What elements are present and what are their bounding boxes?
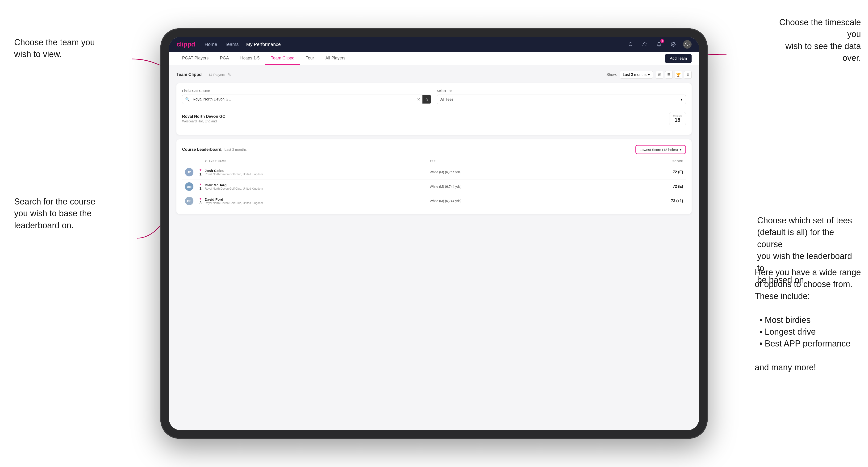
sub-navbar: PGAT Players PGA Hcaps 1-5 Team Clippd T… (169, 52, 699, 65)
player-score: 72 (E) (655, 184, 683, 189)
select-tee-label: Select Tee (437, 89, 686, 93)
course-finder-grid: Find a Golf Course 🔍 ✕ ☆ Select Tee Al (182, 89, 686, 104)
trophy-view-button[interactable]: 🏆 (675, 71, 682, 79)
brand-logo: clippd (177, 40, 195, 48)
tee-select-wrapper: All Tees ▾ (437, 95, 686, 104)
tee-select[interactable]: All Tees (440, 97, 680, 101)
player-rank: 3 (199, 201, 202, 205)
player-avatar: DF (185, 197, 193, 205)
favorite-button[interactable]: ☆ (423, 95, 431, 103)
leaderboard-column-headers: PLAYER NAME TEE SCORE (182, 158, 686, 165)
sub-nav-tabs: PGAT Players PGA Hcaps 1-5 Team Clippd T… (177, 52, 351, 65)
view-icons-group: ⊞ ☰ 🏆 ⬇ (656, 71, 691, 79)
player-avatar: JC (185, 168, 193, 177)
nav-link-performance[interactable]: My Performance (246, 42, 281, 47)
svg-point-1 (629, 43, 632, 46)
tab-all-players[interactable]: All Players (320, 52, 351, 65)
holes-badge: Holes 18 (669, 112, 686, 125)
player-score: 73 (+1) (655, 199, 683, 203)
player-tee: White (M) (6,744 yds) (430, 199, 655, 203)
course-result-info: Royal North Devon GC Westward Ho!, Engla… (182, 114, 225, 123)
select-tee-group: Select Tee All Tees ▾ (437, 89, 686, 104)
svg-point-2 (644, 43, 645, 44)
team-title-row: Team Clippd | 14 Players ✎ (177, 72, 231, 77)
col-rank (196, 160, 205, 163)
tab-tour[interactable]: Tour (300, 52, 319, 65)
find-course-group: Find a Golf Course 🔍 ✕ ☆ (182, 89, 431, 104)
tab-hcaps[interactable]: Hcaps 1-5 (235, 52, 265, 65)
tab-team-clippd[interactable]: Team Clippd (265, 52, 300, 65)
notifications-nav-button[interactable]: 1 (655, 40, 663, 49)
leaderboard-rows: JC ♥ 1 Josh Coles Royal North Devon Golf… (182, 165, 686, 208)
leaderboard-period: Last 3 months (224, 148, 247, 151)
score-type-chevron-icon: ▾ (680, 148, 682, 152)
leaderboard-card: Course Leaderboard, Last 3 months Lowest… (177, 139, 691, 214)
holes-number: 18 (673, 117, 682, 123)
player-rank: 1 (199, 172, 202, 177)
player-club: Royal North Devon Golf Club, United King… (205, 173, 430, 176)
annotation-top-right: Choose the timescale you wish to see the… (767, 17, 861, 64)
team-header: Team Clippd | 14 Players ✎ Show: Last 3 … (177, 71, 691, 79)
list-view-button[interactable]: ☰ (665, 71, 673, 79)
course-result-name: Royal North Devon GC (182, 114, 225, 119)
nav-link-teams[interactable]: Teams (225, 42, 239, 47)
player-name: Josh Coles (205, 168, 430, 173)
main-content: Team Clippd | 14 Players ✎ Show: Last 3 … (169, 65, 699, 224)
svg-point-3 (673, 44, 674, 45)
annotation-bottom-right: Here you have a wide range of options to… (755, 267, 861, 374)
holes-label: Holes (673, 114, 682, 117)
player-tee: White (M) (6,744 yds) (430, 185, 655, 188)
course-result-row: Royal North Devon GC Westward Ho!, Engla… (182, 108, 686, 129)
col-score: SCORE (655, 160, 683, 163)
tablet-frame: clippd Home Teams My Performance (160, 28, 708, 439)
favorite-heart-icon[interactable]: ♥ (199, 197, 202, 200)
user-avatar-button[interactable]: ▾ (683, 40, 691, 49)
player-tee: White (M) (6,744 yds) (430, 170, 655, 174)
download-button[interactable]: ⬇ (684, 71, 691, 79)
favorite-heart-icon[interactable]: ♥ (199, 168, 202, 172)
edit-team-icon[interactable]: ✎ (228, 72, 231, 77)
tab-pga[interactable]: PGA (214, 52, 235, 65)
score-type-dropdown[interactable]: Lowest Score (18 holes) ▾ (636, 145, 686, 154)
nav-icons: 1 ▾ (626, 40, 691, 49)
tablet-screen: clippd Home Teams My Performance (169, 37, 699, 430)
player-score: 72 (E) (655, 170, 683, 174)
col-tee: TEE (430, 160, 655, 163)
annotation-top-left: Choose the team you wish to view. (14, 36, 95, 60)
table-row: JC ♥ 1 Josh Coles Royal North Devon Golf… (182, 165, 686, 180)
player-name: Blair McHarg (205, 183, 430, 187)
col-avatar (185, 160, 196, 163)
show-controls: Show: Last 3 months ▾ ⊞ ☰ 🏆 ⬇ (607, 71, 691, 79)
grid-view-button[interactable]: ⊞ (656, 71, 663, 79)
table-row: BM ♥ 1 Blair McHarg Royal North Devon Go… (182, 180, 686, 194)
player-club: Royal North Devon Golf Club, United King… (205, 201, 430, 205)
player-count-label: 14 Players (208, 73, 225, 76)
course-result-location: Westward Ho!, England (182, 119, 225, 123)
people-nav-button[interactable] (641, 40, 649, 49)
settings-nav-button[interactable] (669, 40, 677, 49)
player-rank: 1 (199, 187, 202, 191)
search-clear-button[interactable]: ✕ (415, 97, 423, 102)
leaderboard-title-row: Course Leaderboard, Last 3 months (182, 147, 247, 152)
find-course-label: Find a Golf Course (182, 89, 431, 93)
player-avatar: BM (185, 182, 193, 191)
svg-point-4 (685, 43, 687, 44)
app-navbar: clippd Home Teams My Performance (169, 37, 699, 52)
search-nav-button[interactable] (626, 40, 635, 49)
course-search-icon: 🔍 (182, 97, 193, 102)
leaderboard-header: Course Leaderboard, Last 3 months Lowest… (182, 145, 686, 154)
favorite-heart-icon[interactable]: ♥ (199, 182, 202, 186)
leaderboard-title: Course Leaderboard, (182, 147, 222, 152)
annotation-mid-left: Search for the course you wish to base t… (14, 196, 95, 231)
nav-link-home[interactable]: Home (205, 42, 217, 47)
player-info: Blair McHarg Royal North Devon Golf Club… (205, 183, 430, 190)
add-team-button[interactable]: Add Team (665, 54, 691, 63)
tab-pgat-players[interactable]: PGAT Players (177, 52, 214, 65)
team-name: Team Clippd (177, 72, 202, 77)
player-info: David Ford Royal North Devon Golf Club, … (205, 197, 430, 205)
show-period-dropdown[interactable]: Last 3 months ▾ (620, 71, 653, 79)
player-info: Josh Coles Royal North Devon Golf Club, … (205, 168, 430, 176)
player-club: Royal North Devon Golf Club, United King… (205, 187, 430, 190)
player-name: David Ford (205, 197, 430, 201)
course-search-input[interactable] (193, 95, 415, 104)
